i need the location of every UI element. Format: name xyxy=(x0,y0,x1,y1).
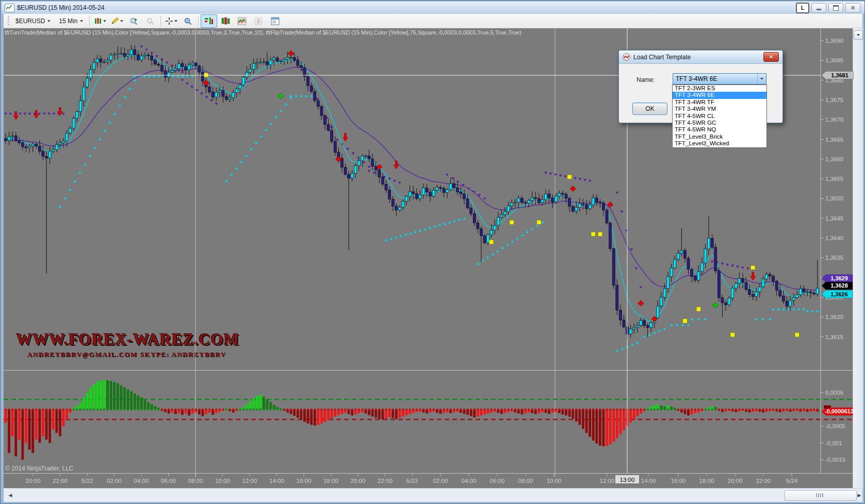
toolbar-grip[interactable] xyxy=(8,16,9,26)
chevron-down-icon xyxy=(120,20,123,22)
template-list-item[interactable]: TFT_Level3_Brick xyxy=(673,133,766,140)
instrument-selector[interactable]: $EURUSD xyxy=(11,16,55,26)
dollar-icon: $ xyxy=(254,17,263,25)
template-dropdown-list: TFT 2-3WR ESTFT 3-4WR 6ETFT 3-4WR TFTFT … xyxy=(672,85,767,148)
minimize-button[interactable] xyxy=(811,3,826,13)
horizontal-scrollbar[interactable]: ◀ ▶ xyxy=(4,488,862,502)
chart-style-button[interactable] xyxy=(92,14,108,28)
zoom-out-icon xyxy=(146,17,155,25)
svg-text:$: $ xyxy=(257,18,260,24)
zoom-in-icon xyxy=(129,17,138,25)
data-box-icon xyxy=(271,17,280,25)
chart-trader-button[interactable] xyxy=(217,14,234,28)
ninjatrader-chart-window: $EURUSD (15 Min) 2014-05-24 L ✕ $EURUSD … xyxy=(0,0,865,504)
title-bar[interactable]: $EURUSD (15 Min) 2014-05-24 L ✕ xyxy=(2,2,864,14)
zoom-out-button[interactable] xyxy=(142,14,158,28)
arrow-right-icon: ▶ xyxy=(858,493,861,498)
chart-overlay-button[interactable] xyxy=(234,14,250,28)
instrument-label: $EURUSD xyxy=(15,18,45,25)
interval-label: 15 Min xyxy=(59,18,77,25)
arrow-left-icon: ◀ xyxy=(9,493,12,498)
restore-icon xyxy=(833,5,839,11)
combobox-value: TFT 3-4WR 6E xyxy=(676,75,717,82)
indicator-parameters-label: tftTurnTrade(Median of $EURUSD (15 Min),… xyxy=(5,29,613,36)
template-list-item[interactable]: TFT 4-5WR NQ xyxy=(673,126,766,133)
crosshair-button[interactable] xyxy=(163,14,179,28)
template-list-item[interactable]: TFT_Level3_Wicked xyxy=(673,140,766,147)
drawing-tools-button[interactable] xyxy=(108,14,125,28)
template-list-item[interactable]: TFT 4-5WR CL xyxy=(673,113,766,120)
restore-button[interactable] xyxy=(828,3,843,13)
bars-panel-icon xyxy=(221,17,230,25)
axis-menu-button[interactable] xyxy=(854,30,863,40)
toolbar-separator xyxy=(89,16,90,26)
template-list-item[interactable]: TFT 3-4WR TF xyxy=(673,99,766,106)
wave-chart-icon xyxy=(237,17,247,25)
scrollbar-grip-icon xyxy=(816,493,823,497)
scroll-left-button[interactable]: ◀ xyxy=(6,490,15,500)
minimize-icon xyxy=(817,9,821,10)
ok-button[interactable]: OK xyxy=(632,103,667,115)
dialog-close-button[interactable]: ✕ xyxy=(763,52,779,62)
pencil-icon xyxy=(110,17,119,25)
chevron-down-icon xyxy=(174,20,177,22)
chevron-down-icon xyxy=(47,20,51,22)
toolbar: $EURUSD 15 Min xyxy=(4,14,862,28)
account-button[interactable]: $ xyxy=(250,14,267,28)
window-title: $EURUSD (15 Min) 2014-05-24 xyxy=(17,4,104,11)
copyright-label: © 2014 NinjaTrader, LLC xyxy=(5,465,73,472)
dialog-title: Load Chart Template xyxy=(633,54,691,61)
toolbar-separator xyxy=(198,16,199,26)
chevron-down-icon xyxy=(103,20,106,22)
region-zoom-button[interactable] xyxy=(179,14,196,28)
name-label: Name: xyxy=(636,76,655,83)
chevron-down-icon xyxy=(80,20,83,22)
template-list-item[interactable]: TFT 4-5WR GC xyxy=(673,120,766,126)
axis-side-strip xyxy=(853,28,863,488)
dialog-title-bar[interactable]: Load Chart Template ✕ xyxy=(619,51,782,64)
template-list-item[interactable]: TFT 3-4WR YM xyxy=(673,106,766,112)
template-list-item[interactable]: TFT 2-3WR ES xyxy=(673,85,766,92)
ninjatrader-logo-icon xyxy=(623,53,630,61)
toolbar-separator xyxy=(160,16,161,26)
indicator-panel-icon xyxy=(204,17,214,25)
magnifier-icon xyxy=(184,17,192,25)
chevron-down-icon xyxy=(857,34,860,36)
link-button[interactable]: L xyxy=(796,3,809,13)
combobox-arrow[interactable] xyxy=(757,74,766,84)
scroll-right-button[interactable]: ▶ xyxy=(855,490,864,500)
indicators-button[interactable] xyxy=(201,14,217,28)
candlestick-icon xyxy=(94,17,102,25)
zoom-in-button[interactable] xyxy=(125,14,142,28)
chevron-down-icon xyxy=(760,78,763,80)
crosshair-icon xyxy=(165,17,173,25)
interval-selector[interactable]: 15 Min xyxy=(55,16,87,26)
close-icon: ✕ xyxy=(851,5,855,11)
template-list-item[interactable]: TFT 3-4WR 6E xyxy=(673,92,766,98)
close-button[interactable]: ✕ xyxy=(845,3,860,13)
chart-window-icon xyxy=(5,4,14,12)
close-icon: ✕ xyxy=(769,54,773,60)
data-box-button[interactable] xyxy=(267,14,283,28)
scrollbar-thumb[interactable] xyxy=(785,490,857,501)
template-name-combobox[interactable]: TFT 3-4WR 6E xyxy=(673,73,766,85)
